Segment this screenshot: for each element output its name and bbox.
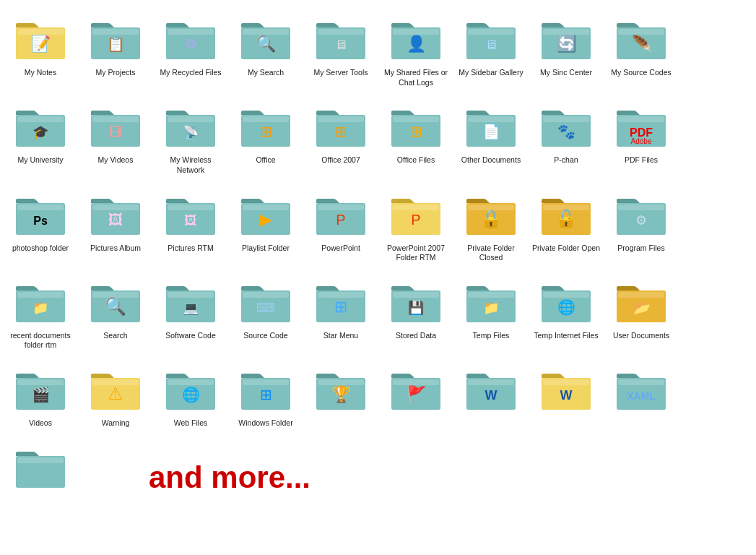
icon-item-user-documents[interactable]: 📂 User Documents: [604, 269, 679, 356]
icon-label-temp-files: Temp Files: [473, 331, 510, 341]
icon-item-flag-folder[interactable]: 🚩: [378, 356, 453, 434]
icon-item-software-code[interactable]: 💻 Software Code: [153, 269, 228, 356]
svg-text:🔍: 🔍: [256, 34, 277, 53]
icon-item-other-documents[interactable]: 📄 Other Documents: [453, 93, 529, 181]
icon-item-my-wireless-network[interactable]: 📡 My Wireless Network: [153, 93, 228, 181]
svg-rect-58: [393, 116, 439, 122]
svg-text:🔒: 🔒: [480, 208, 502, 229]
icon-item-temp-files[interactable]: 📁 Temp Files: [453, 269, 529, 356]
svg-rect-83: [168, 205, 214, 210]
icon-item-windows-folder[interactable]: ⊞ Windows Folder: [228, 356, 303, 434]
icon-image-my-university: 🎓: [14, 100, 66, 152]
svg-rect-183: [17, 457, 64, 463]
icon-label-office: Office: [256, 155, 275, 165]
icon-item-star-menu[interactable]: ⊞ Star Menu: [303, 269, 378, 356]
icon-item-word-yellow-folder[interactable]: W: [529, 356, 604, 434]
icon-label-office-files: Office Files: [397, 155, 435, 165]
icon-item-my-university[interactable]: 🎓 My University: [3, 93, 78, 181]
icon-image-pictures-rtm: 🖼: [165, 189, 217, 241]
icon-item-my-sidebar-gallery[interactable]: 🖥 My Sidebar Gallery: [453, 6, 529, 93]
icon-item-powerpoint-2007[interactable]: P PowerPoint 2007 Folder RTM: [378, 181, 453, 269]
svg-rect-6: [92, 29, 139, 35]
icon-item-office-2007[interactable]: ⊞ Office 2007: [303, 93, 378, 181]
icon-item-empty-folder[interactable]: [3, 434, 78, 507]
svg-text:🖥: 🖥: [334, 38, 347, 52]
svg-rect-70: [618, 116, 664, 122]
icon-item-videos[interactable]: 🎬 Videos: [3, 356, 78, 434]
icon-item-source-code[interactable]: ⌨ Source Code: [228, 269, 303, 356]
icon-item-office[interactable]: ⊞ Office: [228, 93, 303, 181]
icon-item-temp-internet-files[interactable]: 🌐 Temp Internet Files: [529, 269, 604, 356]
svg-text:⊞: ⊞: [260, 387, 272, 403]
icon-item-word-folder[interactable]: W: [453, 356, 529, 434]
svg-rect-123: [243, 292, 289, 298]
icon-item-my-recycled-files[interactable]: ♻ My Recycled Files: [153, 6, 228, 93]
svg-rect-50: [243, 116, 289, 122]
icon-item-warning[interactable]: ⚠ Warning: [78, 356, 153, 434]
svg-text:♻: ♻: [184, 36, 197, 52]
svg-rect-87: [243, 205, 289, 210]
icon-item-pdf-files[interactable]: PDFAdobe PDF Files: [604, 93, 679, 181]
icon-item-trophy[interactable]: 🏆: [303, 356, 378, 434]
icon-label-my-sinc-center: My Sinc Center: [540, 68, 592, 78]
icon-item-my-sinc-center[interactable]: 🔄 My Sinc Center: [529, 6, 604, 93]
svg-text:🎞: 🎞: [109, 125, 122, 139]
icon-item-my-server-tools[interactable]: 🖥 My Server Tools: [303, 6, 378, 93]
icon-image-trophy: 🏆: [315, 363, 367, 416]
icon-item-stored-data[interactable]: 💾 Stored Data: [378, 269, 453, 356]
svg-rect-79: [92, 205, 139, 210]
icon-item-private-folder-closed[interactable]: 🔒 Private Folder Closed: [453, 181, 529, 269]
icon-image-my-source-codes: 🪶: [615, 13, 667, 65]
icon-image-recent-documents: 📁: [14, 276, 66, 328]
icon-image-temp-internet-files: 🌐: [540, 276, 592, 328]
svg-text:📝: 📝: [31, 34, 51, 53]
svg-text:🖼: 🖼: [108, 212, 123, 228]
svg-rect-26: [468, 29, 514, 35]
icon-item-web-files[interactable]: 🌐 Web Files: [153, 356, 228, 434]
icon-item-powerpoint[interactable]: P PowerPoint: [303, 181, 378, 269]
icon-image-my-sinc-center: 🔄: [540, 13, 592, 65]
icon-label-pictures-album: Pictures Album: [90, 244, 141, 254]
icon-label-my-recycled-files: My Recycled Files: [160, 68, 221, 78]
icon-item-recent-documents[interactable]: 📁 recent documents folder rtm: [3, 269, 78, 356]
icon-item-my-projects[interactable]: 📋 My Projects: [78, 6, 153, 93]
icon-image-office-2007: ⊞: [315, 100, 367, 152]
icon-label-temp-internet-files: Temp Internet Files: [534, 331, 598, 341]
svg-text:🪶: 🪶: [632, 34, 652, 53]
icon-item-my-source-codes[interactable]: 🪶 My Source Codes: [604, 6, 679, 93]
icon-image-software-code: 💻: [165, 276, 217, 328]
icon-item-pictures-album[interactable]: 🖼 Pictures Album: [78, 181, 153, 269]
icon-item-program-files[interactable]: ⚙ Program Files: [604, 181, 679, 269]
svg-text:⌨: ⌨: [256, 301, 275, 315]
icon-label-stored-data: Stored Data: [396, 331, 436, 341]
icon-image-photoshop-folder: Ps: [14, 189, 66, 241]
svg-rect-155: [168, 379, 214, 385]
icon-item-playlist-folder[interactable]: ▶ Playlist Folder: [228, 181, 303, 269]
icon-item-search[interactable]: 🔍 Search: [78, 269, 153, 356]
icon-image-source-code: ⌨: [240, 276, 292, 328]
icon-item-office-files[interactable]: ⊞ Office Files: [378, 93, 453, 181]
svg-text:XAML: XAML: [627, 390, 656, 402]
svg-text:🐾: 🐾: [557, 123, 575, 140]
icon-image-xaml-folder: XAML: [615, 363, 667, 416]
icon-item-xaml-folder[interactable]: XAML: [604, 356, 679, 434]
svg-rect-127: [318, 292, 364, 298]
svg-rect-179: [618, 379, 664, 385]
icon-item-my-videos[interactable]: 🎞 My Videos: [78, 93, 153, 181]
icon-item-photoshop-folder[interactable]: Ps photoshop folder: [3, 181, 78, 269]
icon-item-private-folder-open[interactable]: 🔓 Private Folder Open: [529, 181, 604, 269]
icon-image-warning: ⚠: [90, 363, 142, 416]
svg-text:📁: 📁: [32, 300, 49, 316]
svg-rect-171: [468, 379, 514, 385]
icon-item-pictures-rtm[interactable]: 🖼 Pictures RTM: [153, 181, 228, 269]
icon-item-my-search[interactable]: 🔍 My Search: [228, 6, 303, 93]
icon-item-my-notes[interactable]: 📝 My Notes: [3, 6, 78, 93]
icon-item-my-shared-files[interactable]: 👤 My Shared Files or Chat Logs: [378, 6, 453, 93]
icon-image-windows-folder: ⊞: [240, 363, 292, 416]
icon-item-p-chan[interactable]: 🐾 P-chan: [529, 93, 604, 181]
svg-text:W: W: [560, 388, 573, 403]
icon-label-videos: Videos: [29, 418, 52, 429]
svg-rect-22: [393, 29, 439, 35]
svg-text:🏆: 🏆: [331, 384, 352, 404]
svg-text:🔄: 🔄: [557, 34, 577, 53]
